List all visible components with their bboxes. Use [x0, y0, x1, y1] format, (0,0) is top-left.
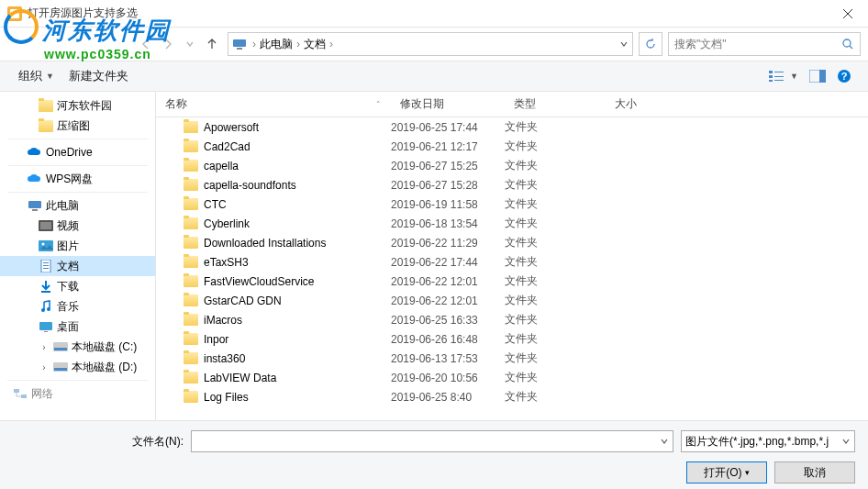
column-type[interactable]: 类型: [505, 92, 606, 117]
file-name: capella-soundfonts: [204, 179, 296, 192]
file-row[interactable]: Apowersoft2019-06-25 17:44文件夹: [156, 117, 868, 137]
filename-label: 文件名(N):: [0, 434, 184, 450]
nav-up-button[interactable]: [202, 34, 222, 54]
file-date: 2019-06-27 15:25: [391, 160, 505, 172]
breadcrumb-thispc[interactable]: 此电脑: [258, 37, 295, 52]
file-row[interactable]: capella-soundfonts2019-06-27 15:28文件夹: [156, 175, 868, 194]
file-row[interactable]: insta3602019-06-13 17:53文件夹: [156, 349, 868, 368]
svg-rect-24: [43, 268, 49, 269]
sidebar-item-downloads[interactable]: 下载: [0, 276, 155, 296]
file-type: 文件夹: [505, 293, 606, 308]
folder-icon: [184, 179, 198, 191]
search-icon[interactable]: [841, 38, 854, 50]
refresh-button[interactable]: [639, 32, 662, 56]
breadcrumb-separator: ›: [295, 38, 302, 50]
svg-rect-29: [44, 331, 48, 332]
sidebar-item-pictures[interactable]: 图片: [0, 236, 155, 256]
sidebar-item-wps[interactable]: WPS网盘: [0, 169, 155, 189]
address-breadcrumb[interactable]: › 此电脑 › 文档 ›: [228, 32, 633, 56]
help-button[interactable]: ?: [831, 65, 857, 87]
sidebar-item-hedong[interactable]: 河东软件园: [0, 95, 155, 116]
file-row[interactable]: capella2019-06-27 15:25文件夹: [156, 156, 868, 175]
file-type: 文件夹: [505, 216, 606, 231]
svg-rect-10: [774, 80, 784, 81]
search-input[interactable]: [674, 38, 841, 50]
filename-dropdown[interactable]: [660, 437, 669, 446]
file-name: capella: [204, 160, 239, 172]
file-name: LabVIEW Data: [204, 372, 276, 384]
sidebar-item-desktop[interactable]: 桌面: [0, 317, 155, 337]
file-name: Cad2Cad: [204, 140, 250, 153]
file-row[interactable]: Cad2Cad2019-06-21 12:17文件夹: [156, 137, 868, 156]
file-date: 2019-06-25 16:33: [391, 314, 505, 327]
file-date: 2019-06-22 17:44: [391, 256, 505, 269]
cancel-button[interactable]: 取消: [774, 461, 855, 483]
file-row[interactable]: Log Files2019-06-25 8:40文件夹: [156, 387, 868, 406]
sidebar-item-music[interactable]: 音乐: [0, 296, 155, 317]
music-icon: [39, 299, 53, 314]
filename-input[interactable]: [195, 435, 660, 448]
title-bar: 打开房源图片支持多选: [0, 0, 868, 28]
file-row[interactable]: eTaxSH32019-06-22 17:44文件夹: [156, 252, 868, 272]
svg-rect-2: [233, 39, 246, 47]
folder-icon: [184, 217, 198, 229]
file-row[interactable]: iMacros2019-06-25 16:33文件夹: [156, 310, 868, 329]
file-row[interactable]: GstarCAD GDN2019-06-22 12:01文件夹: [156, 291, 868, 310]
download-icon: [39, 279, 53, 294]
filename-input-wrapper[interactable]: [191, 430, 673, 452]
folder-icon: [184, 295, 198, 306]
file-type: 文件夹: [505, 158, 606, 173]
sidebar-item-onedrive[interactable]: OneDrive: [0, 142, 155, 162]
column-date[interactable]: 修改日期: [391, 92, 505, 117]
sidebar-item-disk-c[interactable]: ›本地磁盘 (C:): [0, 337, 155, 357]
folder-icon: [184, 198, 198, 210]
file-date: 2019-06-26 16:48: [391, 333, 505, 346]
column-name[interactable]: 名称˄: [156, 92, 391, 117]
svg-rect-35: [21, 395, 27, 398]
sidebar-item-documents[interactable]: 文档: [0, 256, 155, 276]
breadcrumb-documents[interactable]: 文档: [302, 37, 328, 52]
file-row[interactable]: CTC2019-06-19 11:58文件夹: [156, 194, 868, 214]
search-box[interactable]: [668, 32, 861, 56]
view-options-button[interactable]: ▼: [763, 66, 804, 86]
breadcrumb-separator: ›: [250, 38, 258, 50]
window-close-button[interactable]: [827, 0, 868, 28]
file-type: 文件夹: [505, 389, 606, 405]
file-type-filter[interactable]: 图片文件(*.jpg,*.png,*.bmp,*.j: [681, 430, 855, 452]
svg-rect-31: [54, 348, 67, 350]
file-name: insta360: [204, 352, 245, 365]
open-button[interactable]: 打开(O) ▾: [686, 461, 767, 483]
file-row[interactable]: Inpor2019-06-26 16:48文件夹: [156, 329, 868, 349]
file-date: 2019-06-22 12:01: [391, 295, 505, 307]
file-name: iMacros: [204, 314, 242, 327]
nav-recent-dropdown[interactable]: [180, 34, 200, 54]
sidebar-item-thispc[interactable]: 此电脑: [0, 195, 155, 216]
file-date: 2019-06-22 12:01: [391, 275, 505, 288]
file-row[interactable]: Cyberlink2019-06-18 13:54文件夹: [156, 214, 868, 233]
organize-menu[interactable]: 组织 ▼: [11, 64, 61, 88]
dialog-footer: 文件名(N): 图片文件(*.jpg,*.png,*.bmp,*.j 打开(O)…: [0, 420, 868, 489]
filter-dropdown-icon: [841, 437, 851, 446]
file-date: 2019-06-19 11:58: [391, 198, 505, 211]
folder-icon: [184, 352, 198, 364]
sidebar-item-videos[interactable]: 视频: [0, 216, 155, 236]
svg-rect-9: [774, 76, 784, 77]
nav-back-button[interactable]: [136, 34, 156, 54]
sidebar-item-compressed[interactable]: 压缩图: [0, 116, 155, 136]
sidebar-item-disk-d[interactable]: ›本地磁盘 (D:): [0, 357, 155, 377]
svg-rect-34: [14, 389, 19, 393]
svg-point-26: [41, 308, 45, 312]
column-size[interactable]: 大小: [606, 92, 679, 117]
file-list[interactable]: Apowersoft2019-06-25 17:44文件夹Cad2Cad2019…: [156, 117, 868, 420]
sidebar-item-network[interactable]: 网络: [0, 383, 155, 404]
new-folder-button[interactable]: 新建文件夹: [61, 64, 136, 88]
file-row[interactable]: FastViewCloudService2019-06-22 12:01文件夹: [156, 272, 868, 291]
nav-forward-button[interactable]: [158, 34, 178, 54]
file-row[interactable]: LabVIEW Data2019-06-20 10:56文件夹: [156, 368, 868, 387]
file-row[interactable]: Downloaded Installations2019-06-22 11:29…: [156, 233, 868, 252]
svg-point-27: [47, 307, 50, 311]
preview-pane-button[interactable]: [804, 66, 831, 86]
svg-rect-22: [43, 262, 49, 263]
sidebar-tree[interactable]: 河东软件园 压缩图 OneDrive WPS网盘 此电脑 视频 图片 文档 下载…: [0, 92, 156, 420]
breadcrumb-dropdown[interactable]: [619, 39, 629, 49]
